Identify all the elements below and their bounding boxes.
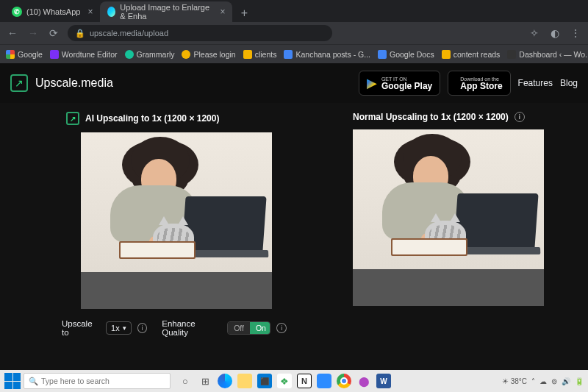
- bookmarks-bar: Google Wordtune Editor Grammarly Please …: [0, 44, 588, 63]
- back-icon[interactable]: ←: [6, 27, 19, 39]
- brand-logo-icon: ↗: [66, 112, 79, 125]
- volume-icon[interactable]: 🔊: [562, 377, 570, 385]
- search-placeholder: Type here to search: [41, 377, 110, 385]
- task-view-icon[interactable]: ⊞: [198, 374, 212, 388]
- tab-upscale[interactable]: Upload Image to Enlarge & Enha ×: [100, 1, 232, 22]
- tab-title: Upload Image to Enlarge & Enha: [120, 3, 212, 21]
- extensions-icon[interactable]: ✧: [528, 27, 541, 39]
- bookmark-kanchana[interactable]: Kanchana posts - G...: [284, 50, 370, 59]
- windows-taskbar: 🔍 Type here to search ○ ⊞ ⬛ ❖ N ⬤ W ☀38°…: [0, 370, 588, 392]
- brand-name[interactable]: Upscale.media: [35, 76, 113, 90]
- onedrive-icon[interactable]: ☁: [539, 377, 547, 385]
- brand-logo-icon[interactable]: ↗: [10, 74, 28, 92]
- info-icon[interactable]: i: [276, 323, 287, 333]
- bookmark-grammarly[interactable]: Grammarly: [125, 50, 175, 59]
- site-header: ↗ Upscale.media ▶ GET IT ONGoogle Play D…: [0, 63, 588, 103]
- play-icon: ▶: [367, 75, 377, 91]
- new-tab-button[interactable]: +: [235, 4, 253, 22]
- upscale-favicon-icon: [107, 7, 115, 17]
- browser-tab-strip: ✆ (10) WhatsApp × Upload Image to Enlarg…: [0, 0, 588, 22]
- normal-result-image: [353, 129, 544, 306]
- browser-toolbar: ← → ⟳ 🔒 upscale.media/upload ✧ ◐ ⋮: [0, 22, 588, 44]
- zoom-icon[interactable]: [317, 374, 331, 388]
- cortana-icon[interactable]: ○: [178, 374, 193, 388]
- google-play-badge[interactable]: ▶ GET IT ONGoogle Play: [359, 71, 440, 96]
- app-icon[interactable]: ❖: [277, 374, 292, 388]
- features-link[interactable]: Features: [518, 78, 553, 88]
- close-icon[interactable]: ×: [87, 7, 93, 17]
- bookmark-dashboard[interactable]: Dashboard ‹ — Wo...: [507, 50, 588, 59]
- edge-icon[interactable]: [218, 374, 232, 388]
- panel-title: AI Upscaling to 1x (1200 × 1200): [85, 113, 219, 124]
- profile-icon[interactable]: ◐: [548, 27, 562, 39]
- blog-link[interactable]: Blog: [560, 78, 578, 88]
- ai-result-image: [81, 132, 272, 309]
- notion-icon[interactable]: N: [297, 374, 312, 388]
- menu-icon[interactable]: ⋮: [569, 27, 582, 39]
- info-icon[interactable]: i: [137, 323, 148, 333]
- forward-icon[interactable]: →: [26, 27, 40, 39]
- enhance-toggle[interactable]: Off On: [227, 321, 270, 335]
- bookmark-content-reads[interactable]: content reads: [442, 50, 501, 59]
- upscale-controls: Upscale to 1x ▾ i Enhance Quality Off On…: [62, 319, 287, 337]
- close-icon[interactable]: ×: [220, 7, 225, 17]
- app-icon[interactable]: ⬤: [356, 374, 371, 388]
- url-text: upscale.media/upload: [90, 29, 168, 38]
- file-explorer-icon[interactable]: [237, 374, 252, 388]
- upscale-label: Upscale to: [62, 319, 100, 337]
- enhance-label: Enhance Quality: [162, 319, 221, 337]
- reload-icon[interactable]: ⟳: [47, 27, 60, 39]
- bookmark-wordtune[interactable]: Wordtune Editor: [50, 50, 118, 59]
- chrome-icon[interactable]: [337, 374, 351, 388]
- chevron-down-icon: ▾: [123, 324, 126, 332]
- bookmark-please-login[interactable]: Please login: [182, 50, 235, 59]
- taskbar-search[interactable]: 🔍 Type here to search: [24, 373, 171, 389]
- taskbar-pinned: ○ ⊞ ⬛ ❖ N ⬤ W: [178, 374, 391, 388]
- upscale-select[interactable]: 1x ▾: [106, 321, 132, 335]
- tab-title: (10) WhatsApp: [26, 7, 80, 16]
- panel-title: Normal Upscaling to 1x (1200 × 1200): [353, 112, 509, 122]
- bookmark-clients[interactable]: clients: [243, 50, 277, 59]
- app-store-badge[interactable]: Download on theApp Store: [448, 71, 510, 96]
- info-icon[interactable]: i: [514, 112, 525, 122]
- start-button[interactable]: [4, 373, 21, 389]
- bookmark-gdocs[interactable]: Google Docs: [378, 50, 434, 59]
- system-tray: ☀38°C ˄ ☁ ⊚ 🔊 🔋: [502, 377, 584, 385]
- battery-icon[interactable]: 🔋: [575, 377, 584, 385]
- tab-whatsapp[interactable]: ✆ (10) WhatsApp ×: [4, 1, 100, 22]
- chevron-up-icon[interactable]: ˄: [531, 377, 535, 385]
- store-icon[interactable]: ⬛: [257, 374, 272, 388]
- normal-upscale-panel: Normal Upscaling to 1x (1200 × 1200) i: [353, 112, 573, 370]
- ai-upscale-panel: ↗ AI Upscaling to 1x (1200 × 1200) Upsca…: [66, 112, 287, 370]
- lock-icon: 🔒: [75, 29, 85, 38]
- address-bar[interactable]: 🔒 upscale.media/upload: [68, 25, 332, 41]
- weather-widget[interactable]: ☀38°C: [502, 377, 527, 385]
- main-content: ↗ AI Upscaling to 1x (1200 × 1200) Upsca…: [0, 103, 588, 370]
- whatsapp-icon: ✆: [12, 7, 22, 17]
- bookmark-google[interactable]: Google: [6, 50, 43, 59]
- network-icon[interactable]: ⊚: [551, 377, 557, 385]
- sun-icon: ☀: [502, 377, 509, 385]
- word-icon[interactable]: W: [376, 374, 391, 388]
- search-icon: 🔍: [29, 377, 38, 386]
